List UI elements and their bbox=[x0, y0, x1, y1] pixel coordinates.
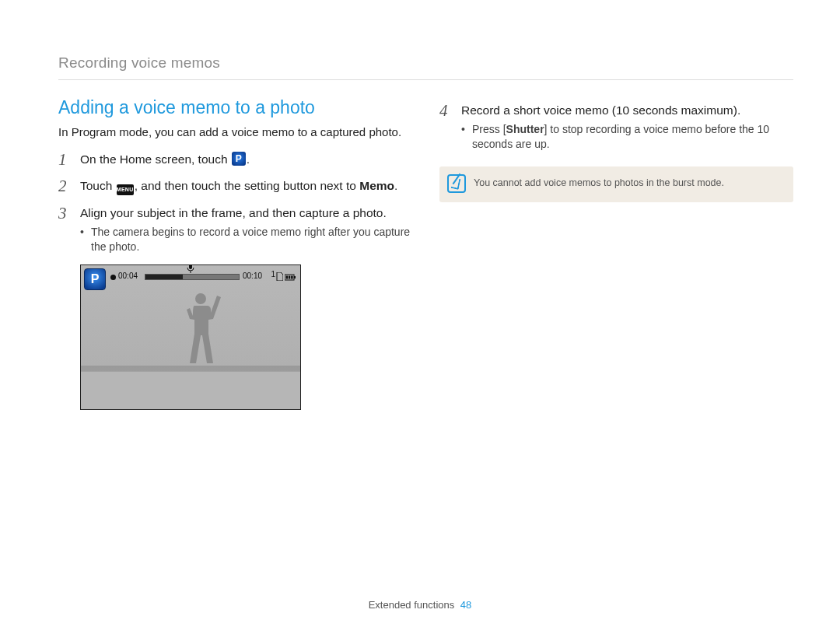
step-2-mid: , and then touch the setting button next… bbox=[135, 179, 360, 192]
steps-list: 1 On the Home screen, touch . 2 Touch ME… bbox=[58, 151, 412, 255]
total-time: 00:10 bbox=[243, 271, 262, 280]
step-4-sub1-pre: Press [ bbox=[472, 123, 506, 135]
menu-icon: MENU bbox=[117, 184, 134, 195]
step-2-bold: Memo bbox=[359, 179, 394, 192]
svg-rect-3 bbox=[294, 276, 296, 278]
note-icon bbox=[447, 174, 466, 193]
battery-icon bbox=[285, 270, 296, 284]
step-3-text: Align your subject in the frame, and the… bbox=[80, 206, 387, 219]
elapsed-time: 00:04 bbox=[118, 271, 138, 280]
right-column: 4 Record a short voice memo (10 seconds … bbox=[439, 97, 793, 410]
camera-preview-illustration: 00:04 00:10 1 bbox=[80, 264, 301, 410]
step-1-post: . bbox=[247, 152, 250, 166]
record-dot-icon bbox=[110, 275, 116, 280]
step-1: 1 On the Home screen, touch . bbox=[58, 151, 412, 168]
record-progress-fill bbox=[145, 275, 183, 279]
step-2-pre: Touch bbox=[80, 179, 116, 192]
step-1-pre: On the Home screen, touch bbox=[80, 152, 231, 166]
svg-rect-5 bbox=[289, 275, 291, 278]
shot-count: 1 bbox=[271, 270, 275, 278]
page-footer: Extended functions 48 bbox=[0, 599, 840, 611]
step-3-sub1: The camera begins to record a voice memo… bbox=[80, 225, 412, 255]
step-4-sub1: Press [Shutter] to stop recording a voic… bbox=[461, 122, 793, 152]
step-2-post: . bbox=[394, 179, 397, 192]
step-4-sublist: Press [Shutter] to stop recording a voic… bbox=[461, 121, 793, 152]
left-column: Adding a voice memo to a photo In Progra… bbox=[58, 97, 412, 410]
step-4-text: Record a short voice memo (10 seconds ma… bbox=[461, 103, 740, 117]
tip-text: You cannot add voice memos to photos in … bbox=[474, 174, 724, 191]
content-columns: Adding a voice memo to a photo In Progra… bbox=[58, 97, 793, 410]
step-4: 4 Record a short voice memo (10 seconds … bbox=[439, 102, 793, 152]
step-3-sublist: The camera begins to record a voice memo… bbox=[80, 223, 412, 255]
step-number: 1 bbox=[58, 149, 67, 171]
manual-page: Recording voice memos Adding a voice mem… bbox=[0, 0, 840, 634]
program-mode-icon bbox=[232, 152, 246, 166]
person-silhouette-icon bbox=[177, 289, 224, 382]
storage-icon bbox=[276, 270, 283, 284]
steps-list-right: 4 Record a short voice memo (10 seconds … bbox=[439, 102, 793, 152]
step-number: 3 bbox=[58, 202, 67, 225]
step-number: 2 bbox=[58, 175, 67, 198]
intro-text: In Program mode, you can add a voice mem… bbox=[58, 124, 412, 140]
step-4-sub1-bold: Shutter bbox=[506, 123, 544, 135]
tip-box: You cannot add voice memos to photos in … bbox=[439, 166, 793, 202]
svg-rect-6 bbox=[291, 275, 293, 278]
section-title: Adding a voice memo to a photo bbox=[58, 97, 412, 118]
record-progress-bar bbox=[145, 274, 240, 280]
breadcrumb: Recording voice memos bbox=[58, 54, 793, 80]
svg-rect-4 bbox=[286, 275, 289, 278]
microphone-icon bbox=[187, 264, 194, 275]
step-number: 4 bbox=[439, 100, 448, 122]
svg-rect-0 bbox=[189, 264, 192, 269]
program-badge-icon bbox=[84, 268, 106, 290]
footer-page-number: 48 bbox=[460, 599, 471, 611]
step-2: 2 Touch MENU, and then touch the setting… bbox=[58, 177, 412, 195]
footer-section: Extended functions bbox=[369, 599, 455, 611]
step-3: 3 Align your subject in the frame, and t… bbox=[58, 205, 412, 255]
